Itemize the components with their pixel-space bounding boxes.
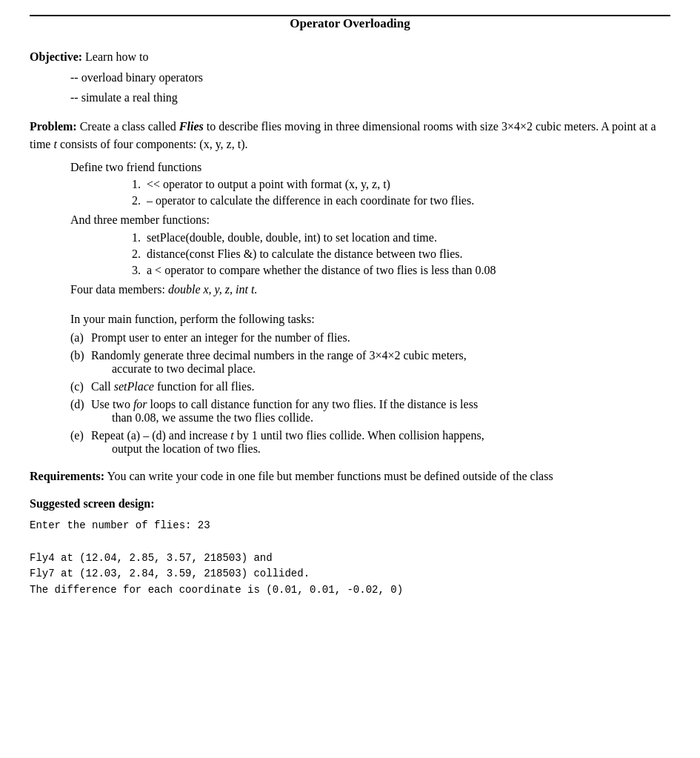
suggested-section: Suggested screen design: Enter the numbe… (30, 497, 670, 598)
suggested-title: Suggested screen design: (30, 497, 670, 511)
objective-bullet-2: -- simulate a real thing (70, 88, 670, 107)
problem-tvar: t (53, 138, 56, 150)
four-data: Four data members: double x, y, z, int t… (70, 280, 670, 299)
objective-label: Objective: (30, 50, 82, 63)
task-e: (e) Repeat (a) – (d) and increase t by 1… (70, 429, 670, 456)
task-b: (b) Randomly generate three decimal numb… (70, 349, 670, 376)
problem-section: Problem: Create a class called Flies to … (30, 118, 670, 456)
friend-function-1: 1. << operator to output a point with fo… (126, 178, 670, 191)
member-function-1: 1. setPlace(double, double, double, int)… (126, 231, 670, 245)
problem-intro3: consists of four components: (x, y, z, t… (60, 138, 248, 150)
task-a: (a) Prompt user to enter an integer for … (70, 331, 670, 345)
define-friend: Define two friend functions (70, 158, 670, 177)
page-title: Operator Overloading (30, 15, 670, 34)
task-d: (d) Use two for loops to call distance f… (70, 398, 670, 425)
main-intro: In your main function, perform the follo… (70, 310, 670, 329)
suggested-code: Enter the number of flies: 23 Fly4 at (1… (30, 518, 670, 598)
member-function-3: 3. a < operator to compare whether the d… (126, 264, 670, 277)
requirements-section: Requirements: You can write your code in… (30, 468, 670, 485)
requirements-text: You can write your code in one file but … (107, 470, 553, 482)
objective-section: Objective: Learn how to -- overload bina… (30, 47, 670, 107)
friend-function-2: 2. – operator to calculate the differenc… (126, 194, 670, 207)
task-c: (c) Call setPlace function for all flies… (70, 380, 670, 393)
requirements-label: Requirements: (30, 470, 104, 482)
objective-bullet-1: -- overload binary operators (70, 68, 670, 87)
and-three: And three member functions: (70, 210, 670, 230)
member-function-2: 2. distance(const Flies &) to calculate … (126, 247, 670, 261)
problem-label: Problem: (30, 120, 77, 133)
problem-classname: Flies (179, 120, 204, 133)
